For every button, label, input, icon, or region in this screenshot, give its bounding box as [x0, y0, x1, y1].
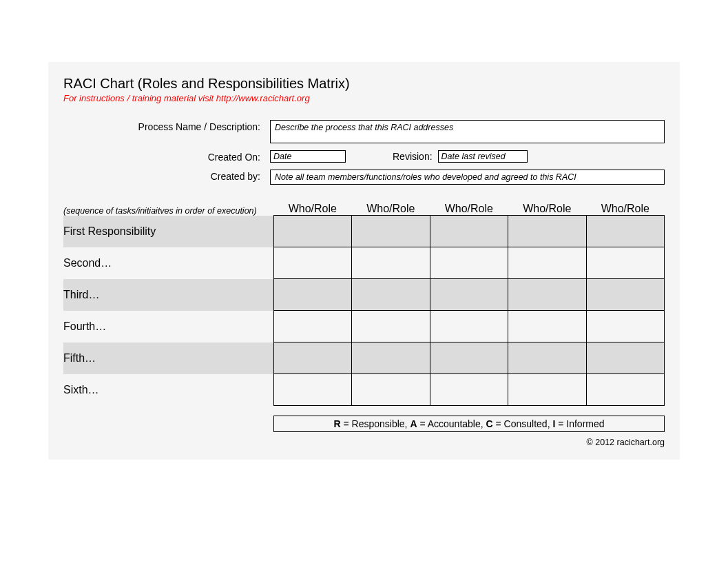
raci-matrix: (sequence of tasks/initiaitves in order … [63, 203, 665, 406]
revision-label: Revision: [393, 151, 433, 162]
raci-cell[interactable] [586, 374, 665, 406]
created-on-field[interactable]: Date [270, 150, 346, 163]
legend-i-text: = Informed [555, 418, 604, 429]
raci-cell[interactable] [508, 279, 587, 311]
raci-cell[interactable] [430, 311, 508, 342]
raci-cell[interactable] [508, 216, 587, 247]
footer-copyright: © 2012 racichart.org [63, 438, 665, 447]
meta-block: Process Name / Description: Describe the… [63, 120, 665, 185]
raci-cell[interactable] [586, 311, 665, 342]
sequence-note: (sequence of tasks/initiaitves in order … [63, 203, 273, 216]
task-label[interactable]: Third… [63, 279, 273, 311]
created-by-label: Created by: [63, 170, 270, 182]
raci-cell[interactable] [273, 247, 352, 279]
process-name-label: Process Name / Description: [63, 120, 270, 132]
raci-cell[interactable] [508, 374, 587, 406]
raci-cell[interactable] [273, 374, 352, 406]
raci-legend: R = Responsible, A = Accountable, C = Co… [273, 416, 665, 432]
created-by-field[interactable]: Note all team members/functions/roles wh… [270, 170, 665, 185]
process-name-field[interactable]: Describe the process that this RACI addr… [270, 120, 665, 143]
instructions-link-text: For instructions / training material vis… [63, 93, 665, 103]
page-title: RACI Chart (Roles and Responsibilities M… [63, 76, 665, 92]
raci-cell[interactable] [430, 342, 508, 374]
raci-cell[interactable] [508, 342, 587, 374]
role-header[interactable]: Who/Role [352, 203, 430, 216]
raci-cell[interactable] [352, 374, 430, 406]
raci-cell[interactable] [352, 247, 430, 279]
legend-r-text: = Responsible, [341, 418, 410, 429]
revision-field[interactable]: Date last revised [438, 150, 528, 163]
raci-cell[interactable] [352, 342, 430, 374]
raci-cell[interactable] [273, 279, 352, 311]
raci-cell[interactable] [430, 374, 508, 406]
raci-cell[interactable] [586, 279, 665, 311]
role-header[interactable]: Who/Role [273, 203, 352, 216]
raci-cell[interactable] [430, 247, 508, 279]
raci-cell[interactable] [273, 342, 352, 374]
raci-cell[interactable] [273, 311, 352, 342]
role-header[interactable]: Who/Role [508, 203, 587, 216]
raci-cell[interactable] [273, 216, 352, 247]
legend-r-code: R [333, 418, 340, 429]
raci-cell[interactable] [508, 311, 587, 342]
task-label[interactable]: Fifth… [63, 342, 273, 374]
raci-cell[interactable] [586, 342, 665, 374]
raci-cell[interactable] [586, 247, 665, 279]
raci-cell[interactable] [352, 279, 430, 311]
task-label[interactable]: Sixth… [63, 374, 273, 406]
legend-c-text: = Consulted, [493, 418, 553, 429]
raci-cell[interactable] [508, 247, 587, 279]
legend-a-code: A [410, 418, 417, 429]
role-header[interactable]: Who/Role [586, 203, 665, 216]
raci-cell[interactable] [586, 216, 665, 247]
raci-cell[interactable] [352, 216, 430, 247]
task-label[interactable]: Second… [63, 247, 273, 279]
task-label[interactable]: Fourth… [63, 311, 273, 342]
created-on-label: Created On: [63, 150, 270, 163]
raci-cell[interactable] [430, 279, 508, 311]
task-label[interactable]: First Responsibility [63, 216, 273, 247]
raci-cell[interactable] [352, 311, 430, 342]
raci-cell[interactable] [430, 216, 508, 247]
legend-a-text: = Accountable, [417, 418, 486, 429]
raci-sheet: RACI Chart (Roles and Responsibilities M… [48, 62, 680, 460]
legend-c-code: C [486, 418, 493, 429]
role-header[interactable]: Who/Role [430, 203, 508, 216]
